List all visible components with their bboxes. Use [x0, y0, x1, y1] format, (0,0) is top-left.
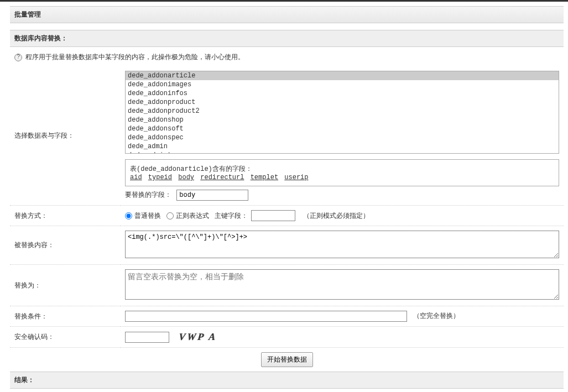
replace-to-textarea[interactable]	[125, 269, 559, 300]
page-title: 批量管理	[10, 6, 564, 23]
help-icon	[14, 54, 22, 61]
table-option[interactable]: dede_addoninfos	[126, 89, 559, 98]
replace-cond-input[interactable]	[125, 311, 407, 322]
field-link[interactable]: redirecturl	[200, 174, 244, 181]
captcha-image[interactable]: VWP A	[178, 331, 217, 343]
label-replaced-content: 被替换内容：	[10, 226, 121, 265]
field-panel: 表(dede_addonarticle)含有的字段： aid typeid bo…	[125, 159, 559, 186]
replaced-content-textarea[interactable]	[125, 231, 559, 258]
table-option[interactable]: dede_addonshop	[126, 116, 559, 124]
pk-input[interactable]	[251, 210, 295, 221]
replace-field-input[interactable]	[176, 190, 248, 201]
table-option[interactable]: dede_addonsoft	[126, 124, 559, 133]
table-option[interactable]: dede_admin	[126, 142, 559, 151]
field-panel-title: 表(dede_addonarticle)含有的字段：	[130, 164, 554, 174]
label-pk: 主键字段：	[215, 211, 248, 221]
table-option[interactable]: dede_addonimages	[126, 80, 559, 89]
table-select[interactable]: dede_addonarticledede_addonimagesdede_ad…	[125, 71, 559, 154]
warning-text: 程序用于批量替换数据库中某字段的内容，此操作极为危险，请小心使用。	[25, 53, 244, 62]
section-header-result: 结果：	[10, 372, 564, 389]
label-replace-cond: 替换条件：	[10, 306, 121, 327]
label-replace-to: 替换为：	[10, 265, 121, 306]
field-link[interactable]: userip	[284, 174, 308, 181]
radio-regex[interactable]	[166, 212, 174, 219]
captcha-input[interactable]	[125, 332, 169, 343]
radio-regex-label[interactable]: 正则表达式	[166, 211, 209, 221]
regex-hint: （正则模式必须指定）	[303, 211, 369, 221]
label-select-table: 选择数据表与字段：	[10, 66, 121, 206]
table-option[interactable]: dede_addonproduct	[126, 98, 559, 107]
section-header-replace: 数据库内容替换：	[10, 30, 564, 47]
field-link[interactable]: body	[178, 174, 194, 181]
submit-button[interactable]: 开始替换数据	[261, 352, 313, 367]
table-option[interactable]: dede_addonarticle	[126, 71, 559, 80]
label-replace-mode: 替换方式：	[10, 206, 121, 226]
radio-normal-label[interactable]: 普通替换	[125, 211, 161, 221]
field-link[interactable]: templet	[251, 174, 278, 181]
radio-normal[interactable]	[125, 212, 132, 219]
label-captcha: 安全确认码：	[10, 327, 121, 348]
cond-hint: （空完全替换）	[413, 312, 460, 320]
table-option[interactable]: dede_addonproduct2	[126, 107, 559, 116]
label-replace-field: 要替换的字段：	[125, 191, 171, 198]
field-link[interactable]: aid	[130, 174, 142, 181]
table-option[interactable]: dede_addonspec	[126, 133, 559, 142]
field-link[interactable]: typeid	[148, 174, 172, 181]
